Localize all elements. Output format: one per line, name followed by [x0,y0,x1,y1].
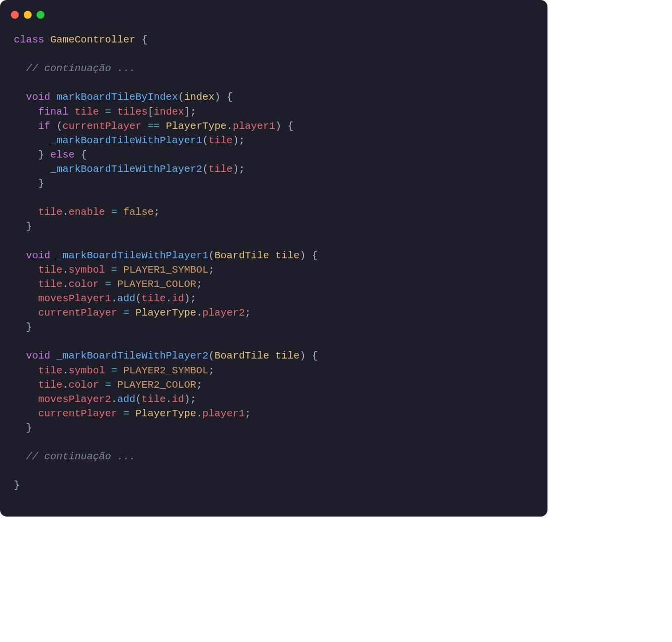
code-token-punc: { [312,250,318,261]
code-token-op: = [111,264,117,276]
code-token-prop: id [172,394,184,405]
code-token-prop: player1 [202,408,245,419]
code-token-punc: . [111,394,117,405]
code-line: tile.symbol = PLAYER2_SYMBOL; [14,365,214,376]
code-token-punc: . [62,264,68,276]
code-line: currentPlayer = PlayerType.player1; [14,408,251,419]
code-token-op: = [123,307,129,319]
code-token-plain [281,120,287,132]
code-token-plain [14,91,26,103]
code-token-punc: . [196,307,202,319]
code-token-op: = [111,365,117,376]
code-token-punc: { [141,34,147,45]
code-token-plain [111,279,117,290]
code-token-punc: } [38,149,44,160]
code-line: if (currentPlayer == PlayerType.player1)… [14,120,294,132]
code-token-plain [14,408,38,419]
code-block: class GameController { // continuação ..… [0,19,547,497]
code-line: _markBoardTileWithPlayer1(tile); [14,135,245,146]
code-token-punc: . [196,408,202,419]
code-token-prop: id [172,293,184,304]
code-token-ident: tile [209,163,233,175]
code-token-plain [14,206,38,218]
code-line: void _markBoardTileWithPlayer1(BoardTile… [14,250,318,261]
code-token-punc: ( [135,394,141,405]
code-token-punc: . [62,279,68,290]
code-line: // continuação ... [14,451,135,462]
code-token-plain [111,379,117,391]
code-token-punc: } [26,221,32,232]
code-token-plain [14,422,26,434]
code-token-punc: . [62,379,68,391]
code-token-op: == [148,120,160,132]
code-token-punc: ( [202,163,208,175]
code-line: void _markBoardTileWithPlayer2(BoardTile… [14,350,318,361]
code-line: class GameController { [14,34,148,45]
code-token-prop: color [69,279,99,290]
code-token-kw1: if [38,120,50,132]
code-token-ident: tile [209,135,233,146]
code-token-punc: ; [209,264,214,276]
code-token-punc: } [14,480,20,491]
code-token-plain [14,106,38,118]
code-line: movesPlayer2.add(tile.id); [14,394,196,405]
code-token-plain [105,206,111,218]
code-token-const: false [124,206,154,218]
code-token-punc: ) [275,120,281,132]
zoom-icon[interactable] [37,11,44,19]
code-token-plain [117,264,123,276]
code-token-plain [14,178,38,189]
code-token-op: = [111,206,117,218]
code-token-prop: symbol [69,264,105,276]
code-token-plain [99,279,105,290]
code-token-fn: add [117,394,135,405]
code-token-plain [14,293,38,304]
code-token-plain [14,350,26,361]
code-token-punc: ); [184,293,197,304]
code-token-ident: tiles [117,106,148,118]
code-token-fn: _markBoardTileWithPlayer2 [56,350,209,361]
code-token-plain [14,264,38,276]
code-line: // continuação ... [14,63,135,74]
code-line: _markBoardTileWithPlayer2(tile); [14,163,245,175]
code-token-punc: ) [214,91,220,103]
code-token-prop: player1 [233,120,275,132]
code-token-punc: } [26,422,32,434]
code-token-plain [44,149,50,160]
code-line: } [14,480,20,491]
code-token-punc: ) [299,350,305,361]
code-token-plain [160,120,166,132]
code-token-plain [117,408,123,419]
code-token-plain [14,451,26,462]
code-token-plain [14,379,38,391]
code-token-op: = [123,408,129,419]
code-token-const: PLAYER1_COLOR [117,279,196,290]
code-token-param: tile [275,350,299,361]
code-token-plain [306,350,312,361]
code-token-ident: tile [38,206,62,218]
code-token-plain [50,91,56,103]
code-token-punc: ( [178,91,184,103]
code-token-comm: // continuação ... [26,451,135,462]
code-line: tile.color = PLAYER2_COLOR; [14,379,202,391]
close-icon[interactable] [11,11,19,19]
code-token-ident: currentPlayer [62,120,141,132]
code-line: } [14,422,32,434]
code-token-param: index [184,91,215,103]
code-line: currentPlayer = PlayerType.player2; [14,307,251,319]
code-token-plain [14,149,38,160]
code-token-type: BoardTile [214,250,269,261]
code-token-plain [75,149,81,160]
code-token-punc: { [288,120,294,132]
code-token-plain [14,250,26,261]
code-token-fn: _markBoardTileWithPlayer1 [56,250,209,261]
code-token-plain [44,34,50,45]
minimize-icon[interactable] [24,11,32,19]
code-token-punc: { [81,149,86,160]
code-token-punc: } [26,321,32,333]
code-token-comm: // continuação ... [26,63,135,74]
code-token-plain [50,250,56,261]
code-token-plain [99,379,105,391]
code-window: class GameController { // continuação ..… [0,0,547,517]
code-token-plain [141,120,147,132]
